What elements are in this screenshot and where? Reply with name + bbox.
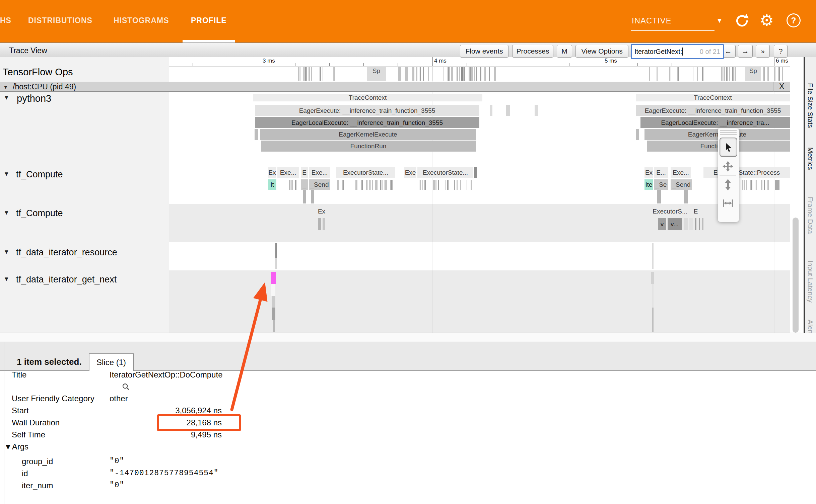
collapse-triangle-icon[interactable]: ▾	[4, 83, 7, 91]
trace-slice[interactable]: v	[658, 218, 666, 230]
chevron-down-icon[interactable]: ▼	[716, 17, 723, 24]
trace-slice[interactable]	[657, 190, 661, 203]
trace-slice[interactable]: EagerLocalExecute: __inference_train_fun…	[255, 117, 479, 128]
trace-slice[interactable]: EagerKernelExecute	[260, 129, 476, 140]
trace-slice[interactable]	[272, 296, 275, 308]
trace-slice[interactable]: ExecutorState...	[336, 167, 395, 178]
timeline-canvas[interactable]: SpSpTraceContextTraceContextEagerExecute…	[169, 57, 790, 333]
trace-slice[interactable]: ExecutorState...	[417, 167, 473, 178]
collapse-triangle-icon[interactable]: ▾	[5, 208, 8, 217]
trace-slice[interactable]	[490, 105, 492, 116]
trace-slice[interactable]	[636, 129, 639, 140]
trace-slice[interactable]: EagerKernelExecute	[644, 129, 790, 140]
selection-tool-button[interactable]	[720, 138, 737, 157]
trace-slice[interactable]: _Send	[309, 179, 330, 190]
trace-slice[interactable]: It	[268, 179, 276, 190]
search-input[interactable]: IteratorGetNext: 0 of 21	[631, 44, 724, 59]
trace-slice[interactable]: E	[691, 207, 701, 216]
trace-slice[interactable]	[461, 67, 463, 81]
collapse-triangle-icon[interactable]: ▾	[5, 248, 8, 256]
trace-slice[interactable]: Exe...	[277, 167, 299, 178]
trace-slice[interactable]: EagerExecute: __inference_train_function…	[255, 105, 479, 116]
trace-slice[interactable]	[318, 218, 321, 230]
nav-tab-profile[interactable]: PROFILE	[191, 16, 227, 25]
toolbar-button--[interactable]: →	[738, 45, 753, 58]
trace-slice[interactable]	[311, 190, 314, 203]
trace-slice[interactable]: Exe...	[671, 167, 691, 178]
trace-slice[interactable]: Exe...	[309, 167, 330, 178]
run-status-select[interactable]: INACTIVE	[632, 16, 672, 25]
trace-slice[interactable]	[652, 284, 654, 308]
drag-handle[interactable]	[720, 130, 737, 136]
trace-slice[interactable]	[684, 218, 688, 230]
trace-slice[interactable]: v...	[668, 218, 682, 230]
trace-slice[interactable]	[506, 105, 510, 116]
trace-slice[interactable]	[323, 218, 325, 230]
trace-slice[interactable]	[255, 129, 258, 140]
trace-slice[interactable]: E	[301, 167, 308, 178]
vertical-scrollbar[interactable]	[793, 218, 799, 333]
trace-slice[interactable]	[652, 243, 654, 269]
trace-slice[interactable]: Sp	[367, 67, 386, 81]
collapse-triangle-icon[interactable]: ▾	[5, 275, 8, 283]
trace-slice[interactable]	[689, 218, 693, 230]
trace-slice[interactable]: TraceContext	[253, 94, 482, 101]
gear-icon[interactable]: ⚙	[760, 11, 774, 29]
side-tab-input-latency[interactable]: Input Latency	[805, 260, 815, 308]
magnifier-icon[interactable]	[122, 383, 130, 392]
trace-slice[interactable]	[273, 320, 275, 332]
toolbar-button-view-options[interactable]: View Options	[575, 45, 628, 58]
nav-tab-distributions[interactable]: DISTRIBUTIONS	[28, 16, 92, 25]
close-icon[interactable]: X	[777, 82, 786, 91]
trace-slice[interactable]: Ite	[644, 179, 653, 190]
trace-slice[interactable]: Sp	[745, 67, 761, 81]
side-tab-file-size-stats[interactable]: File Size Stats	[805, 83, 815, 132]
tab-slice[interactable]: Slice (1)	[89, 353, 134, 371]
refresh-icon[interactable]	[735, 13, 749, 27]
trace-slice[interactable]	[535, 105, 538, 116]
trace-slice[interactable]: ExecutorS...	[650, 207, 690, 216]
trace-slice[interactable]	[272, 308, 275, 320]
trace-slice[interactable]: E...	[654, 167, 668, 178]
process-header-bar[interactable]: ▾ /host:CPU (pid 49) X	[0, 82, 790, 92]
trace-slice[interactable]: FunctionRun	[261, 141, 476, 152]
trace-slice[interactable]	[303, 190, 306, 203]
trace-slice[interactable]	[651, 272, 654, 284]
trace-slice[interactable]	[275, 243, 277, 258]
trace-slice[interactable]: Exe	[404, 167, 416, 178]
toolbar-button--[interactable]: ?	[774, 45, 788, 58]
toolbar-button-flow-events[interactable]: Flow events	[460, 45, 508, 58]
nav-tab-histograms[interactable]: HISTOGRAMS	[114, 16, 169, 25]
nav-tab-hs[interactable]: HS	[0, 16, 11, 25]
collapse-triangle-icon[interactable]: ▾	[5, 93, 8, 101]
trace-slice[interactable]	[702, 218, 703, 230]
trace-slice[interactable]: EagerExecute: __inference_train_function…	[636, 105, 790, 116]
trace-slice[interactable]: _Send	[671, 179, 692, 190]
trace-slice[interactable]: EagerLocalExecute: __inference_tra...	[640, 117, 790, 128]
args-expander[interactable]: ▼Args	[4, 442, 28, 451]
trace-slice[interactable]	[652, 308, 654, 332]
timing-tool-button[interactable]	[720, 194, 736, 212]
trace-slice[interactable]	[684, 190, 688, 203]
trace-slice[interactable]	[699, 218, 700, 230]
pan-tool-button[interactable]	[720, 157, 736, 175]
toolbar-button--[interactable]: »	[756, 45, 770, 58]
collapse-triangle-icon[interactable]: ▾	[5, 170, 8, 178]
toolbar-button-m[interactable]: M	[557, 45, 572, 58]
trace-slice[interactable]: Ex	[644, 167, 653, 178]
side-tab-frame-data[interactable]: Frame Data	[805, 197, 815, 235]
trace-slice[interactable]	[775, 180, 779, 190]
trace-slice[interactable]: ExecutorState::Process	[703, 167, 790, 178]
trace-slice[interactable]: Ex	[312, 207, 332, 216]
trace-slice[interactable]	[474, 167, 477, 178]
trace-slice[interactable]	[271, 272, 276, 284]
trace-slice[interactable]	[271, 284, 275, 296]
trace-slice[interactable]: _Se	[654, 179, 668, 190]
trace-slice[interactable]: _	[301, 179, 308, 190]
trace-slice[interactable]: TraceContext	[636, 94, 790, 101]
trace-slice[interactable]	[275, 258, 277, 269]
trace-slice[interactable]	[695, 218, 696, 230]
trace-slice[interactable]: Ex	[268, 167, 276, 178]
zoom-tool-button[interactable]	[720, 175, 736, 194]
toolbar-button-processes[interactable]: Processes	[512, 45, 553, 58]
